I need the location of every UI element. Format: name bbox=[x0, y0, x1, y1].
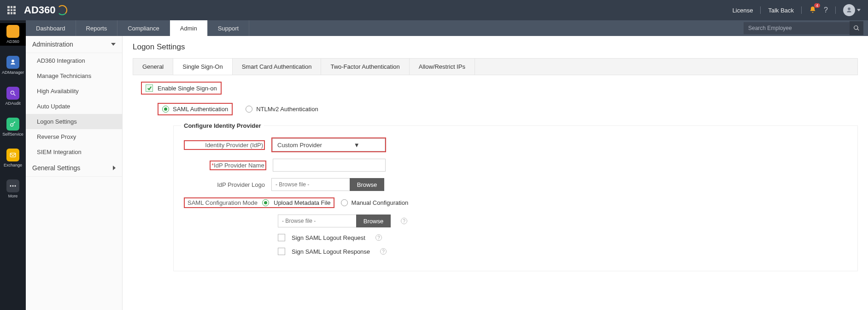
rail-item-more[interactable]: More bbox=[0, 178, 26, 200]
sign-logout-req-row: Sign SAML Logout Request ? bbox=[184, 234, 847, 241]
idp-name-label: *IdP Provider Name bbox=[211, 162, 264, 169]
page-title: Logon Settings bbox=[133, 42, 858, 52]
rail-item-label: SelfService bbox=[2, 132, 23, 137]
top-bar: AD360 License Talk Back 4 ? bbox=[0, 0, 868, 20]
employee-search bbox=[744, 20, 863, 36]
search-button[interactable] bbox=[850, 21, 863, 35]
grid-icon bbox=[6, 25, 19, 38]
saml-auth-radio[interactable] bbox=[162, 106, 169, 113]
chevron-right-icon bbox=[113, 166, 116, 170]
sidebar-section-title: General Settings bbox=[32, 164, 80, 172]
sso-form: Enable Single Sign-on SAML Authenticatio… bbox=[133, 82, 858, 271]
help-icon[interactable]: ? bbox=[375, 234, 382, 241]
chevron-down-icon: ▼ bbox=[329, 142, 385, 149]
svg-line-5 bbox=[14, 94, 16, 96]
ntlm-auth-label: NTLMv2 Authentication bbox=[256, 106, 318, 113]
search-input[interactable] bbox=[744, 22, 850, 34]
rail-item-label: AD360 bbox=[6, 39, 19, 44]
chevron-down-icon bbox=[111, 42, 116, 47]
svg-point-4 bbox=[11, 91, 14, 94]
idp-label: Identity Provider (IdP) bbox=[205, 142, 263, 149]
sidebar-item-reverse-proxy[interactable]: Reverse Proxy bbox=[26, 129, 122, 144]
brand-logo: AD360 bbox=[24, 4, 67, 16]
enable-sso-checkbox[interactable] bbox=[146, 84, 153, 92]
rail-item-ad360[interactable]: AD360 bbox=[0, 23, 26, 46]
divider bbox=[801, 6, 802, 14]
license-link[interactable]: License bbox=[733, 7, 753, 14]
sidebar-item-manage-technicians[interactable]: Manage Technicians bbox=[26, 68, 122, 83]
sign-logout-resp-label: Sign SAML Logout Response bbox=[292, 248, 370, 255]
svg-rect-1 bbox=[13, 29, 16, 31]
idp-config-panel: Configure Identity Provider Identity Pro… bbox=[173, 125, 858, 271]
help-button[interactable]: ? bbox=[824, 6, 828, 14]
key-icon bbox=[6, 118, 19, 131]
sign-logout-req-checkbox[interactable] bbox=[278, 234, 285, 241]
search-icon bbox=[6, 87, 19, 100]
saml-mode-label: SAML Configuration Mode bbox=[188, 199, 258, 206]
svg-rect-2 bbox=[10, 32, 12, 34]
metadata-browse: Browse bbox=[278, 215, 391, 227]
idp-select-value: Custom Provider bbox=[273, 142, 329, 149]
metadata-file-row: Browse ? bbox=[184, 215, 847, 227]
sidebar-section-general-settings[interactable]: General Settings bbox=[26, 160, 122, 177]
help-icon[interactable]: ? bbox=[380, 248, 387, 255]
sidebar-item-auto-update[interactable]: Auto Update bbox=[26, 99, 122, 114]
rail-item-exchange[interactable]: Exchange bbox=[0, 147, 26, 169]
rail-item-admanager[interactable]: ADManager bbox=[0, 54, 26, 77]
mail-icon bbox=[6, 149, 19, 161]
main-nav: Dashboard Reports Compliance Admin Suppo… bbox=[0, 20, 868, 36]
tab-compliance[interactable]: Compliance bbox=[117, 20, 170, 36]
sign-logout-resp-row: Sign SAML Logout Response ? bbox=[184, 248, 847, 255]
sign-logout-resp-checkbox[interactable] bbox=[278, 248, 285, 255]
user-menu[interactable] bbox=[843, 4, 861, 16]
search-icon bbox=[853, 25, 860, 31]
subtab-allowrestrict[interactable]: Allow/Restrict IPs bbox=[410, 59, 475, 75]
svg-rect-0 bbox=[10, 29, 12, 31]
sidebar-item-siem-integration[interactable]: SIEM Integration bbox=[26, 144, 122, 160]
brand-arc-icon bbox=[57, 5, 67, 15]
idp-name-row: *IdP Provider Name bbox=[184, 159, 847, 172]
svg-point-10 bbox=[15, 185, 16, 187]
idp-select-highlight: Custom Provider ▼ bbox=[271, 137, 386, 152]
sidebar-item-logon-settings[interactable]: Logon Settings bbox=[26, 114, 122, 129]
manual-config-option: Manual Configuration bbox=[341, 199, 409, 206]
svg-point-6 bbox=[11, 124, 13, 126]
subtab-general[interactable]: General bbox=[133, 59, 173, 75]
manual-config-radio[interactable] bbox=[341, 199, 348, 206]
idp-select[interactable]: Custom Provider ▼ bbox=[272, 138, 385, 151]
rail-item-selfservice[interactable]: SelfService bbox=[0, 116, 26, 138]
upload-metadata-radio[interactable] bbox=[262, 199, 269, 206]
rail-item-label: More bbox=[8, 194, 18, 198]
sidebar-section-administration[interactable]: Administration bbox=[26, 36, 122, 53]
talkback-link[interactable]: Talk Back bbox=[768, 7, 794, 14]
idp-logo-browse: Browse bbox=[271, 178, 384, 191]
subtab-sso[interactable]: Single Sign-On bbox=[173, 59, 232, 75]
idp-name-input[interactable] bbox=[273, 159, 386, 172]
rail-item-label: ADManager bbox=[2, 70, 24, 75]
subtab-2fa[interactable]: Two-Factor Authentication bbox=[321, 59, 409, 75]
rail-item-adaudit[interactable]: ADAudit bbox=[0, 85, 26, 107]
notifications-button[interactable]: 4 bbox=[809, 6, 816, 15]
saml-auth-label: SAML Authentication bbox=[173, 106, 228, 113]
idp-panel-title: Configure Identity Provider bbox=[181, 122, 264, 129]
auth-type-row: SAML Authentication NTLMv2 Authenticatio… bbox=[158, 103, 858, 115]
sidebar-item-ad360-integration[interactable]: AD360 Integration bbox=[26, 53, 122, 68]
ntlm-auth-radio[interactable] bbox=[246, 106, 252, 113]
sidebar-item-high-availability[interactable]: High Availability bbox=[26, 83, 122, 99]
idp-logo-file-input[interactable] bbox=[271, 178, 350, 191]
idp-logo-browse-button[interactable]: Browse bbox=[350, 178, 384, 191]
person-icon bbox=[6, 56, 19, 69]
top-bar-right: License Talk Back 4 ? bbox=[733, 4, 861, 16]
saml-mode-row: SAML Configuration Mode Upload Metadata … bbox=[184, 197, 847, 208]
tab-dashboard[interactable]: Dashboard bbox=[26, 20, 76, 36]
sidebar-section-title: Administration bbox=[32, 41, 73, 48]
help-icon[interactable]: ? bbox=[401, 218, 407, 224]
idp-logo-row: IdP Provider Logo Browse bbox=[184, 178, 847, 191]
subtab-smartcard[interactable]: Smart Card Authentication bbox=[233, 59, 322, 75]
metadata-browse-button[interactable]: Browse bbox=[356, 215, 391, 227]
tab-admin[interactable]: Admin bbox=[170, 20, 208, 36]
tab-support[interactable]: Support bbox=[208, 20, 250, 36]
metadata-file-input[interactable] bbox=[278, 215, 356, 227]
apps-launcher-icon[interactable] bbox=[7, 6, 16, 14]
tab-reports[interactable]: Reports bbox=[76, 20, 118, 36]
